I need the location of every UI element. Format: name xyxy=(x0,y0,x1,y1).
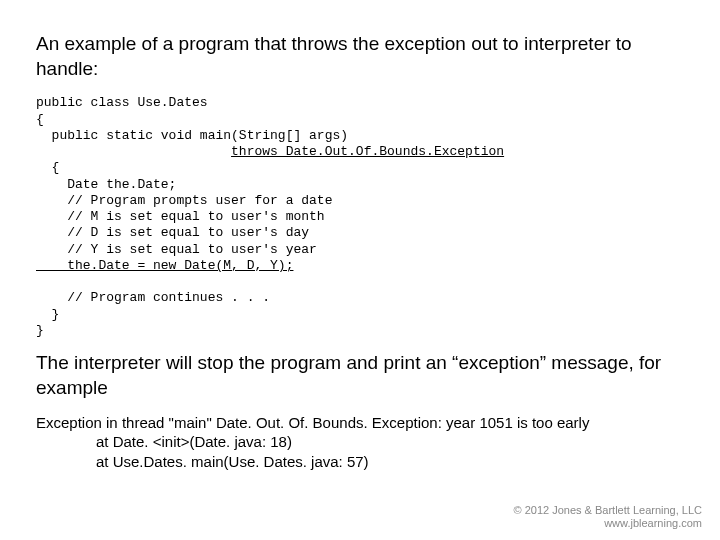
code-line: // D is set equal to user's day xyxy=(36,225,309,240)
slide: An example of a program that throws the … xyxy=(0,0,720,540)
code-line: // M is set equal to user's month xyxy=(36,209,325,224)
code-line: // Program prompts user for a date xyxy=(36,193,332,208)
footer-url: www.jblearning.com xyxy=(514,517,703,530)
code-line: } xyxy=(36,323,44,338)
code-line: { xyxy=(36,112,44,127)
footer-copyright: © 2012 Jones & Bartlett Learning, LLC xyxy=(514,504,703,517)
code-line: Date the.Date; xyxy=(36,177,176,192)
trace-line: Exception in thread "main" Date. Out. Of… xyxy=(36,414,589,431)
trace-at: at Use.Dates. main(Use. Dates. java: 57) xyxy=(36,452,684,472)
code-line-newdate: the.Date = new Date(M, D, Y); xyxy=(36,258,293,273)
code-block: public class Use.Dates { public static v… xyxy=(36,95,684,339)
code-line: // Y is set equal to user's year xyxy=(36,242,317,257)
outro-text: The interpreter will stop the program an… xyxy=(36,351,684,400)
code-line: public static void main(String[] args) xyxy=(36,128,348,143)
footer: © 2012 Jones & Bartlett Learning, LLC ww… xyxy=(514,504,703,530)
code-line: public class Use.Dates xyxy=(36,95,208,110)
intro-text: An example of a program that throws the … xyxy=(36,32,684,81)
code-line-throws: throws Date.Out.Of.Bounds.Exception xyxy=(231,144,504,159)
code-line: } xyxy=(36,307,59,322)
code-line: { xyxy=(36,160,59,175)
code-line xyxy=(36,144,231,159)
trace-at: at Date. <init>(Date. java: 18) xyxy=(36,432,684,452)
code-line: // Program continues . . . xyxy=(36,290,270,305)
stack-trace: Exception in thread "main" Date. Out. Of… xyxy=(36,413,684,472)
